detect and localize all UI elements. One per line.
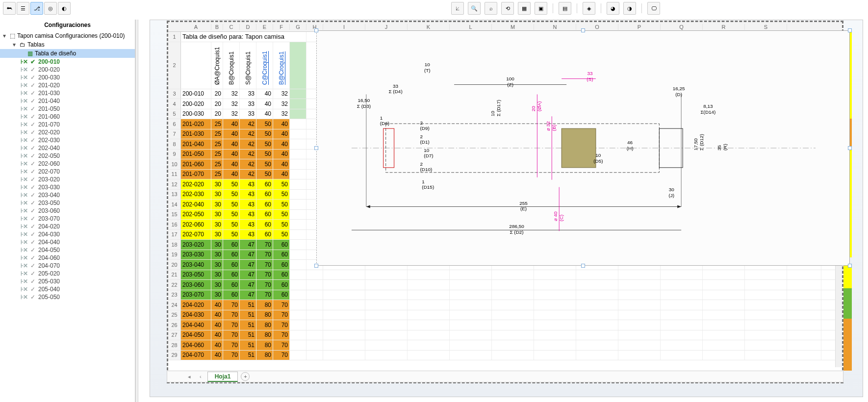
row-header[interactable]: 13	[168, 190, 181, 200]
col-header[interactable]: F	[273, 24, 290, 30]
col-header[interactable]: M	[492, 24, 534, 30]
col-header[interactable]: D	[240, 24, 256, 30]
triad-icon[interactable]: ⟀	[451, 2, 464, 15]
col-header[interactable]: K	[408, 24, 450, 30]
tables-node[interactable]: ▾ 🗀 Tablas	[0, 40, 135, 49]
row-header[interactable]: 18	[168, 240, 181, 250]
config-item[interactable]: ⊦✕✓203-070	[0, 215, 135, 223]
display-style-icon[interactable]: ▤	[559, 2, 571, 15]
resize-handle[interactable]	[848, 146, 852, 150]
row-header[interactable]: 28	[168, 340, 181, 350]
config-item[interactable]: ⊦✕✓204-040	[0, 238, 135, 246]
cmd-appearance-icon[interactable]: ◐	[58, 2, 71, 15]
zoom-fit-icon[interactable]: 🔍	[468, 2, 481, 15]
table-row[interactable]: 28204-0604070518070	[168, 340, 842, 351]
config-item[interactable]: ⊦✕✓202-070	[0, 168, 135, 176]
config-item[interactable]: ⊦✕✓202-040	[0, 144, 135, 152]
config-item[interactable]: ⊦✕✓201-030	[0, 89, 135, 97]
config-item[interactable]: ⊦✕✔200-010	[0, 58, 135, 66]
row-header[interactable]: 8	[168, 139, 181, 149]
col-header[interactable]: S	[745, 24, 787, 30]
table-row[interactable]: 27204-0504070518070	[168, 330, 842, 341]
row-header[interactable]: 6	[168, 119, 181, 129]
cmd-list-icon[interactable]: ☰	[17, 2, 29, 15]
zoom-area-icon[interactable]: ⌕	[485, 2, 497, 15]
config-item[interactable]: ⊦✕✓201-050	[0, 105, 135, 113]
row-header[interactable]: 10	[168, 159, 181, 169]
row-header[interactable]: 23	[168, 290, 181, 300]
resize-handle[interactable]	[581, 264, 585, 268]
config-item[interactable]: ⊦✕✓201-070	[0, 121, 135, 128]
col-header[interactable]: C	[223, 24, 240, 30]
resize-handle[interactable]	[314, 264, 318, 268]
design-table-item[interactable]: ▦ Tabla de diseño	[0, 49, 135, 58]
config-item[interactable]: ⊦✕✓203-020	[0, 176, 135, 183]
config-item[interactable]: ⊦✕✓203-050	[0, 199, 135, 207]
sheet-tab-active[interactable]: Hoja1	[207, 372, 238, 382]
row-header[interactable]: 21	[168, 270, 181, 280]
row-header[interactable]: 20	[168, 260, 181, 270]
col-header[interactable]: Q	[661, 24, 703, 30]
view-orient-icon[interactable]: ▣	[535, 2, 547, 15]
resize-handle[interactable]	[314, 28, 318, 32]
drawing-preview[interactable]: 255 (E) 286,50 Σ (D2) 100 (Z) 10 (T) 33 …	[316, 30, 850, 266]
config-root[interactable]: ▾ ⬚ Tapon camisa Configuraciones (200-01…	[0, 31, 135, 40]
table-row[interactable]: 24204-0204070518070	[168, 300, 842, 310]
config-item[interactable]: ⊦✕✓204-020	[0, 223, 135, 230]
hide-show-icon[interactable]: ◈	[583, 2, 595, 15]
config-item[interactable]: ⊦✕✓203-030	[0, 183, 135, 191]
config-item[interactable]: ⊦✕✓205-050	[0, 293, 135, 301]
col-header[interactable]: J	[365, 24, 408, 30]
table-row[interactable]: 22203-0603060477060	[168, 280, 842, 290]
col-header[interactable]: P	[618, 24, 661, 30]
config-item[interactable]: ⊦✕✓203-060	[0, 207, 135, 215]
section-icon[interactable]: ▦	[518, 2, 531, 15]
row-header[interactable]: 9	[168, 150, 181, 159]
row-header[interactable]: 1	[168, 32, 181, 42]
row-header[interactable]: 5	[168, 109, 181, 119]
table-row[interactable]: 21203-0503060477060	[168, 270, 842, 280]
row-header[interactable]: 17	[168, 230, 181, 240]
cmd-config-icon[interactable]: ⎇	[30, 2, 43, 15]
row-header[interactable]: 25	[168, 310, 181, 320]
row-header[interactable]: 16	[168, 220, 181, 229]
table-row[interactable]: 26204-0404070518070	[168, 320, 842, 330]
row-header[interactable]: 27	[168, 330, 181, 340]
cmd-target-icon[interactable]: ◎	[44, 2, 57, 15]
config-item[interactable]: ⊦✕✓205-040	[0, 285, 135, 293]
row-header[interactable]: 29	[168, 351, 181, 360]
row-header[interactable]: 3	[168, 89, 181, 99]
config-item[interactable]: ⊦✕✓204-060	[0, 254, 135, 262]
resize-handle[interactable]	[848, 264, 852, 268]
config-item[interactable]: ⊦✕✓200-030	[0, 74, 135, 81]
col-header[interactable]: A	[181, 24, 211, 30]
config-item[interactable]: ⊦✕✓201-060	[0, 113, 135, 121]
col-header[interactable]: R	[703, 24, 745, 30]
cmd-back-icon[interactable]: ⮪	[3, 2, 16, 15]
config-item[interactable]: ⊦✕✓204-070	[0, 262, 135, 270]
config-item[interactable]: ⊦✕✓204-050	[0, 246, 135, 254]
row-header[interactable]: 15	[168, 210, 181, 220]
config-item[interactable]: ⊦✕✓202-050	[0, 152, 135, 160]
row-header[interactable]: 19	[168, 250, 181, 260]
tab-nav-first[interactable]: ◂	[185, 374, 194, 380]
col-header[interactable]: B	[211, 24, 223, 30]
config-item[interactable]: ⊦✕✓205-030	[0, 277, 135, 285]
scene-icon[interactable]: ◑	[623, 2, 636, 15]
row-header[interactable]: 2	[168, 42, 181, 89]
col-header[interactable]: I	[323, 24, 365, 30]
panel-splitter[interactable]	[135, 20, 138, 402]
row-header[interactable]: 7	[168, 129, 181, 139]
resize-handle[interactable]	[581, 28, 585, 32]
table-row[interactable]: 25204-0304070518070	[168, 310, 842, 321]
col-header[interactable]: E	[256, 24, 273, 30]
screen-icon[interactable]: 🖵	[647, 2, 660, 15]
config-item[interactable]: ⊦✕✓200-020	[0, 66, 135, 74]
resize-handle[interactable]	[314, 146, 318, 150]
add-sheet-button[interactable]: +	[241, 372, 250, 381]
row-header[interactable]: 14	[168, 200, 181, 209]
table-row[interactable]: 29204-0704070518070	[168, 351, 842, 361]
col-header[interactable]: N	[534, 24, 576, 30]
row-header[interactable]: 11	[168, 170, 181, 179]
row-header[interactable]: 4	[168, 99, 181, 109]
